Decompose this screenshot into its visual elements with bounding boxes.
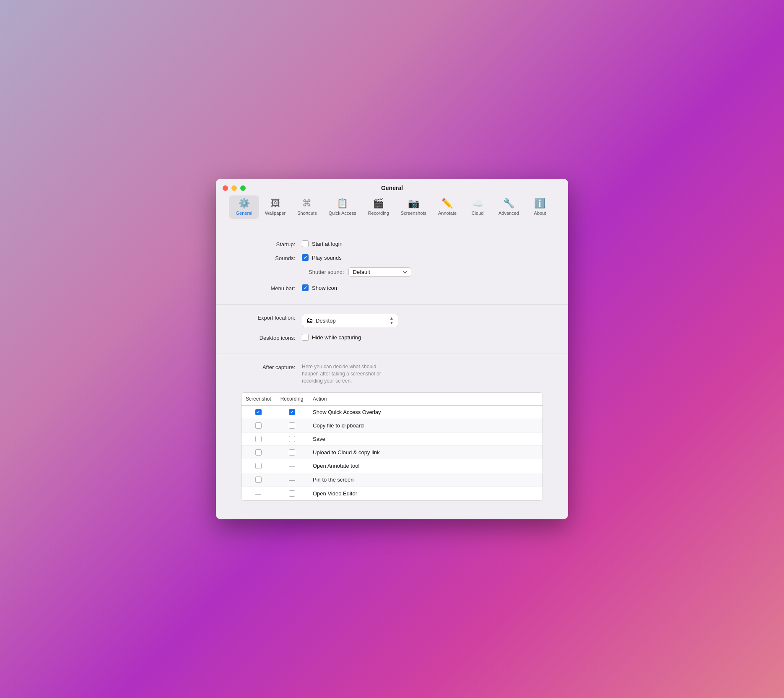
- row5-screenshot-cell: [241, 459, 275, 472]
- sounds-label: Sounds:: [241, 254, 302, 261]
- row6-screenshot-checkbox[interactable]: [255, 477, 262, 483]
- shutter-label: Shutter sound:: [309, 269, 344, 275]
- play-sounds-checkbox[interactable]: [302, 254, 309, 261]
- tab-recording-label: Recording: [368, 211, 389, 216]
- row4-screenshot-checkbox[interactable]: [255, 449, 262, 456]
- after-capture-description: Here you can decide what should happen a…: [302, 363, 386, 384]
- tab-screenshots-label: Screenshots: [401, 211, 426, 216]
- th-action: Action: [309, 393, 543, 405]
- shutter-sound-select[interactable]: Default: [348, 267, 411, 277]
- advanced-icon: 🔧: [503, 198, 514, 209]
- row1-action: Show Quick Access Overlay: [309, 406, 543, 419]
- tab-advanced-label: Advanced: [498, 211, 519, 216]
- tab-annotate[interactable]: ✏️ Annotate: [432, 195, 462, 219]
- tab-wallpaper[interactable]: 🖼 Wallpaper: [259, 195, 291, 219]
- row1-screenshot-cell: [241, 406, 275, 419]
- tab-cloud-label: Cloud: [472, 211, 484, 216]
- wallpaper-icon: 🖼: [271, 198, 280, 209]
- row7-screenshot-cell: —: [241, 487, 275, 500]
- desktop-icons-control: Hide while capturing: [302, 334, 543, 341]
- tab-quick-access[interactable]: 📋 Quick Access: [323, 195, 362, 219]
- traffic-lights: [223, 185, 246, 191]
- table-row: — Open Video Editor: [241, 487, 543, 500]
- hide-while-capturing-checkbox[interactable]: [302, 334, 309, 341]
- tab-cloud[interactable]: ☁️ Cloud: [462, 195, 493, 219]
- sounds-control: Play sounds: [302, 254, 543, 261]
- annotate-icon: ✏️: [441, 198, 453, 209]
- after-capture-table: Screenshot Recording Action Show Quick A…: [241, 392, 543, 501]
- menu-bar-label: Menu bar:: [241, 284, 302, 292]
- tab-advanced[interactable]: 🔧 Advanced: [493, 195, 525, 219]
- tab-shortcuts[interactable]: ⌘ Shortcuts: [291, 195, 322, 219]
- sounds-row: Sounds: Play sounds: [216, 252, 568, 264]
- row1-recording-checkbox[interactable]: [289, 409, 295, 415]
- row7-recording-cell: [275, 487, 309, 500]
- row3-recording-cell: [275, 432, 309, 445]
- section-general: Startup: Start at login Sounds: Play sou…: [216, 231, 568, 305]
- row6-recording-dash: —: [289, 477, 295, 483]
- row2-screenshot-cell: [241, 419, 275, 432]
- play-sounds-label: Play sounds: [312, 255, 342, 261]
- row4-recording-checkbox[interactable]: [289, 449, 295, 456]
- table-row: Show Quick Access Overlay: [241, 406, 543, 419]
- th-screenshot: Screenshot: [241, 393, 275, 405]
- row2-recording-checkbox[interactable]: [289, 422, 295, 429]
- row3-recording-checkbox[interactable]: [289, 436, 295, 442]
- cloud-icon: ☁️: [472, 198, 483, 209]
- tab-shortcuts-label: Shortcuts: [297, 211, 317, 216]
- row7-recording-checkbox[interactable]: [289, 490, 295, 497]
- row1-screenshot-checkbox[interactable]: [255, 409, 262, 415]
- th-recording: Recording: [275, 393, 309, 405]
- row5-recording-cell: —: [275, 459, 309, 473]
- row2-recording-cell: [275, 419, 309, 432]
- row2-screenshot-checkbox[interactable]: [255, 422, 262, 429]
- export-select-text: Desktop: [316, 318, 387, 324]
- row5-screenshot-checkbox[interactable]: [255, 463, 262, 469]
- startup-control: Start at login: [302, 240, 543, 247]
- row4-screenshot-cell: [241, 446, 275, 459]
- row3-screenshot-checkbox[interactable]: [255, 436, 262, 442]
- hide-while-capturing-label: Hide while capturing: [312, 334, 361, 341]
- export-row: Export location: 🗂 Desktop ▲▼: [216, 311, 568, 330]
- quick-access-icon: 📋: [337, 198, 348, 209]
- tab-about[interactable]: ℹ️ About: [525, 195, 555, 219]
- titlebar: General ⚙️ General 🖼 Wallpaper ⌘ Shortcu…: [216, 179, 568, 221]
- maximize-button[interactable]: [240, 185, 246, 191]
- preferences-window: General ⚙️ General 🖼 Wallpaper ⌘ Shortcu…: [216, 179, 568, 519]
- row3-screenshot-cell: [241, 432, 275, 445]
- shortcuts-icon: ⌘: [302, 198, 312, 209]
- table-row: Copy file to clipboard: [241, 419, 543, 432]
- table-row: Save: [241, 432, 543, 446]
- menu-bar-checkbox[interactable]: [302, 284, 309, 291]
- row2-action: Copy file to clipboard: [309, 419, 543, 432]
- startup-row: Startup: Start at login: [216, 238, 568, 250]
- desktop-icons-row: Desktop icons: Hide while capturing: [216, 331, 568, 344]
- tab-wallpaper-label: Wallpaper: [265, 211, 286, 216]
- tab-screenshots[interactable]: 📷 Screenshots: [395, 195, 432, 219]
- row3-action: Save: [309, 432, 543, 445]
- close-button[interactable]: [223, 185, 228, 191]
- tab-general[interactable]: ⚙️ General: [229, 195, 259, 219]
- menu-bar-control: Show icon: [302, 284, 543, 291]
- row5-action: Open Annotate tool: [309, 459, 543, 472]
- export-control: 🗂 Desktop ▲▼: [302, 314, 543, 327]
- toolbar: ⚙️ General 🖼 Wallpaper ⌘ Shortcuts 📋 Qui…: [229, 195, 555, 221]
- table-row: — Pin to the screen: [241, 473, 543, 487]
- export-location-select[interactable]: 🗂 Desktop ▲▼: [302, 314, 398, 327]
- chevron-updown-icon: ▲▼: [389, 316, 394, 325]
- section-after-capture: After capture: Here you can decide what …: [216, 354, 568, 509]
- row7-screenshot-dash: —: [255, 490, 261, 497]
- startup-label: Startup:: [241, 240, 302, 247]
- row6-action: Pin to the screen: [309, 473, 543, 486]
- row6-screenshot-cell: [241, 473, 275, 486]
- section-export: Export location: 🗂 Desktop ▲▼ Desktop ic…: [216, 305, 568, 354]
- tab-quick-access-label: Quick Access: [329, 211, 356, 216]
- about-icon: ℹ️: [534, 198, 545, 209]
- table-row: — Open Annotate tool: [241, 459, 543, 473]
- row6-recording-cell: —: [275, 473, 309, 487]
- minimize-button[interactable]: [231, 185, 237, 191]
- startup-checkbox[interactable]: [302, 240, 309, 247]
- row5-recording-dash: —: [289, 463, 295, 469]
- row7-action: Open Video Editor: [309, 487, 543, 500]
- tab-recording[interactable]: 🎬 Recording: [362, 195, 395, 219]
